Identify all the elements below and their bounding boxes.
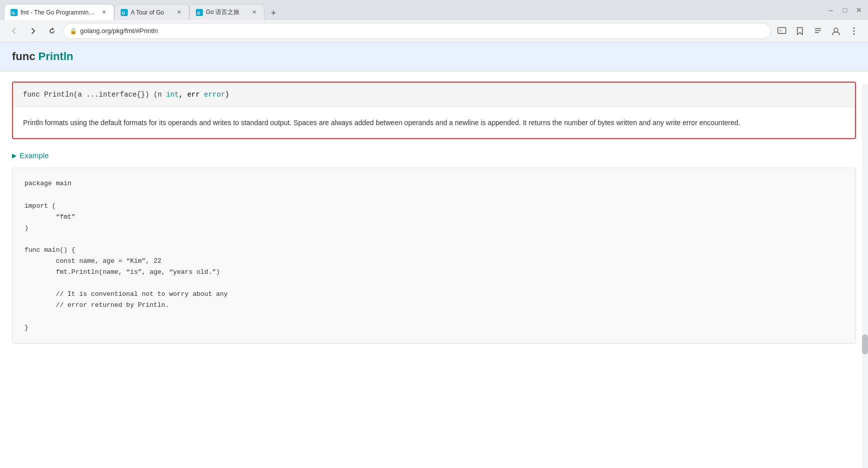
translate-button[interactable]: T (774, 23, 790, 39)
signature-func-kw: func (23, 91, 44, 99)
browser-frame: G fmt - The Go Programming La... ✕ G A T… (0, 0, 868, 468)
close-button[interactable]: ✕ (854, 5, 864, 15)
back-button[interactable] (6, 23, 22, 39)
svg-point-11 (834, 28, 838, 32)
scrollbar-track (862, 84, 868, 468)
scrollbar-thumb[interactable] (862, 334, 868, 354)
tab-3-favicon: G (196, 9, 203, 16)
account-button[interactable] (828, 23, 844, 39)
page-content: func Println func Println(a ...interface… (0, 42, 868, 468)
svg-point-14 (853, 33, 855, 35)
page-header: func Println (0, 42, 868, 72)
description-text: Println formats using the default format… (13, 107, 855, 138)
tab-1-title: fmt - The Go Programming La... (21, 9, 97, 16)
func-name: Println (39, 50, 74, 63)
address-text: golang.org/pkg/fmt/#Println (80, 27, 764, 35)
tab-3-title: Go 语言之旅 (206, 8, 247, 17)
new-tab-button[interactable]: + (266, 6, 280, 20)
signature-error-kw: error (204, 91, 225, 99)
svg-text:T: T (779, 29, 782, 34)
page-title: func Println (12, 50, 856, 63)
lock-icon: 🔒 (70, 28, 77, 35)
signature-int-kw: int (166, 91, 179, 99)
minimize-button[interactable]: – (826, 5, 836, 15)
tab-1-favicon: G (11, 9, 18, 16)
tab-1-close[interactable]: ✕ (100, 9, 108, 17)
reload-button[interactable] (44, 23, 60, 39)
forward-button[interactable] (25, 23, 41, 39)
code-example: package main import ( “fmt” ) func main(… (12, 168, 856, 343)
toolbar: 🔒 golang.org/pkg/fmt/#Println T (0, 20, 868, 42)
svg-text:G: G (12, 11, 15, 16)
maximize-button[interactable]: □ (840, 5, 850, 15)
toolbar-actions: T (774, 23, 862, 39)
func-keyword: func (12, 50, 35, 63)
highlighted-box: func Println(a ...interface{}) (n int, e… (12, 82, 856, 139)
tab-strip: G fmt - The Go Programming La... ✕ G A T… (4, 0, 820, 20)
tab-2-title: A Tour of Go (131, 9, 172, 16)
function-signature: func Println(a ...interface{}) (n int, e… (13, 83, 855, 107)
signature-comma: , err (179, 91, 204, 99)
tab-2-favicon: G (121, 9, 128, 16)
tab-1[interactable]: G fmt - The Go Programming La... ✕ (4, 4, 114, 20)
svg-text:G: G (197, 11, 200, 16)
page-wrapper: func Println func Println(a ...interface… (0, 42, 868, 468)
window-controls: – □ ✕ (820, 5, 864, 15)
reading-list-button[interactable] (810, 23, 826, 39)
signature-fn-name: Println(a ...interface{}) (n (44, 91, 166, 99)
menu-button[interactable] (846, 23, 862, 39)
tab-3[interactable]: G Go 语言之旅 ✕ (189, 4, 264, 20)
example-label: Example (20, 151, 49, 160)
tab-2[interactable]: G A Tour of Go ✕ (114, 4, 189, 20)
triangle-icon: ▶ (12, 152, 17, 159)
example-toggle[interactable]: ▶ Example (12, 151, 856, 160)
signature-paren: ) (225, 91, 229, 99)
tab-2-close[interactable]: ✕ (175, 9, 183, 17)
title-bar: G fmt - The Go Programming La... ✕ G A T… (0, 0, 868, 20)
bookmark-button[interactable] (792, 23, 808, 39)
tab-3-close[interactable]: ✕ (250, 9, 258, 17)
svg-point-12 (853, 27, 855, 29)
main-content: func Println(a ...interface{}) (n int, e… (0, 72, 868, 468)
svg-text:G: G (122, 11, 125, 16)
address-bar[interactable]: 🔒 golang.org/pkg/fmt/#Println (63, 23, 771, 39)
svg-point-13 (853, 30, 855, 32)
